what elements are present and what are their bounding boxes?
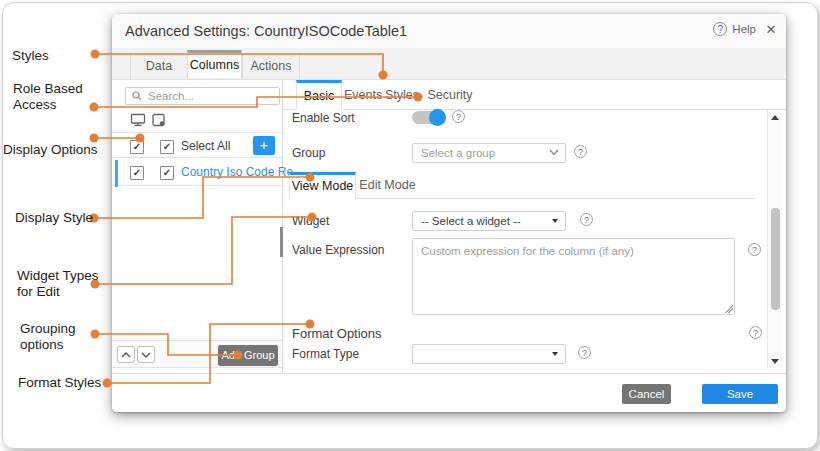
help-label: Help: [732, 23, 756, 35]
annotation-label-format-styles: Format Styles: [18, 375, 101, 391]
cancel-button[interactable]: Cancel: [622, 384, 671, 404]
format-type-help-icon[interactable]: ?: [578, 346, 591, 359]
enable-sort-help-icon[interactable]: ?: [452, 110, 465, 123]
tab-basic[interactable]: Basic: [296, 80, 342, 110]
widget-help-icon[interactable]: ?: [580, 213, 593, 226]
tab-styles[interactable]: Styles: [382, 80, 422, 110]
tab-events[interactable]: Events: [344, 80, 380, 110]
value-expression-field[interactable]: [412, 238, 735, 315]
annotation-dot: [90, 103, 99, 112]
dialog-footer: Cancel Save: [112, 373, 786, 412]
tab-security[interactable]: Security: [424, 80, 476, 110]
help-button[interactable]: ? Help: [713, 22, 756, 36]
add-column-button[interactable]: +: [253, 136, 275, 155]
column-search[interactable]: [125, 87, 280, 105]
enable-sort-toggle[interactable]: [412, 110, 444, 125]
group-help-icon[interactable]: ?: [574, 145, 587, 158]
search-icon: [132, 91, 142, 101]
main-tab-bar: Data Table Columns Actions: [112, 48, 786, 80]
settings-tab-bar: Basic Events Styles Security: [283, 80, 786, 110]
chevron-down-icon: [141, 352, 151, 358]
annotation-label-styles: Styles: [12, 48, 49, 64]
widget-select[interactable]: -- Select a widget --: [412, 211, 566, 231]
close-icon[interactable]: ✕: [764, 22, 778, 37]
column-checkbox-1[interactable]: ✓: [130, 166, 144, 180]
list-footer: Add Group: [112, 340, 282, 368]
tab-actions[interactable]: Actions: [242, 53, 300, 80]
annotation-label-role-based-access: Role Based Access: [13, 81, 83, 113]
annotation-label-grouping-options: Grouping options: [20, 321, 76, 353]
format-options-heading: Format Options: [292, 326, 382, 341]
resize-handle[interactable]: [724, 304, 733, 313]
desktop-icon[interactable]: [130, 113, 146, 127]
screenshot-page: Advanced Settings: CountryISOCodeTable1 …: [0, 0, 820, 451]
column-checkbox-2[interactable]: ✓: [160, 166, 174, 180]
dropdown-arrow-icon: [552, 352, 558, 356]
scroll-up-arrow-icon[interactable]: [768, 110, 782, 124]
column-row-country-iso[interactable]: ✓ ✓ Country Iso Code Re...: [112, 158, 282, 186]
tab-columns[interactable]: Columns: [187, 50, 242, 78]
annotation-dot: [91, 50, 100, 59]
annotation-label-display-options: Display Options: [3, 142, 98, 158]
widget-select-value: -- Select a widget --: [421, 215, 521, 227]
tab-view-mode[interactable]: View Mode: [289, 172, 356, 199]
mobile-icon[interactable]: [151, 113, 167, 127]
annotation-label-display-style: Display Style: [15, 210, 93, 226]
move-up-button[interactable]: [117, 346, 135, 363]
chevron-down-icon: [549, 149, 559, 156]
annotation-dot: [103, 379, 112, 388]
chevron-up-icon: [121, 352, 131, 358]
scrollbar-thumb[interactable]: [771, 208, 780, 310]
plus-icon: +: [260, 136, 269, 153]
group-select[interactable]: Select a group: [412, 143, 566, 163]
select-all-label: Select All: [181, 139, 230, 153]
scrollbar[interactable]: [767, 110, 782, 368]
annotation-dot: [91, 330, 100, 339]
tab-edit-mode[interactable]: Edit Mode: [356, 172, 419, 199]
dialog-title: Advanced Settings: CountryISOCodeTable1: [125, 23, 407, 39]
tab-data-table[interactable]: Data Table: [130, 53, 187, 80]
scroll-down-arrow-icon[interactable]: [768, 354, 782, 368]
advanced-settings-dialog: Advanced Settings: CountryISOCodeTable1 …: [112, 14, 786, 412]
enable-sort-label: Enable Sort: [292, 111, 355, 125]
value-expression-label: Value Expression: [292, 243, 385, 257]
search-input[interactable]: [146, 89, 260, 103]
select-all-row[interactable]: ✓ ✓ Select All +: [112, 133, 282, 158]
mode-tab-bar: View Mode Edit Mode: [289, 172, 756, 199]
select-all-checkbox-2[interactable]: ✓: [160, 140, 174, 154]
format-type-select[interactable]: [412, 344, 566, 364]
save-button[interactable]: Save: [702, 384, 778, 404]
format-type-label: Format Type: [292, 347, 359, 361]
add-group-button[interactable]: Add Group: [218, 345, 278, 366]
device-filter-row: [112, 109, 282, 133]
group-select-value: Select a group: [421, 147, 495, 159]
value-expression-help-icon[interactable]: ?: [748, 243, 761, 256]
value-expression-input[interactable]: [413, 239, 734, 314]
dialog-content: ✓ ✓ Select All + ✓ ✓ Country Iso Code Re…: [112, 80, 786, 373]
dropdown-arrow-icon: [552, 219, 558, 223]
move-down-button[interactable]: [137, 346, 155, 363]
columns-list-panel: ✓ ✓ Select All + ✓ ✓ Country Iso Code Re…: [112, 80, 283, 373]
select-all-checkbox-1[interactable]: ✓: [130, 140, 144, 154]
dialog-title-bar: Advanced Settings: CountryISOCodeTable1 …: [112, 14, 786, 48]
column-settings-panel: Basic Events Styles Security Enable Sort…: [283, 80, 786, 373]
group-label: Group: [292, 146, 325, 160]
help-icon: ?: [713, 22, 727, 36]
selected-indicator-bar: [115, 160, 118, 187]
toggle-knob: [429, 109, 446, 126]
annotation-label-widget-types: Widget Types for Edit: [17, 268, 99, 300]
widget-label: Widget: [292, 214, 329, 228]
format-options-help-icon[interactable]: ?: [749, 326, 762, 339]
